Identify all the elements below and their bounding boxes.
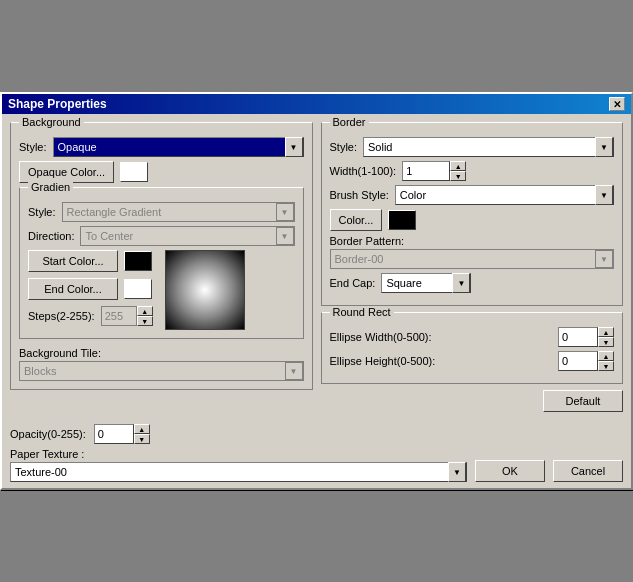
window-title: Shape Properties xyxy=(8,97,107,111)
border-width-label: Width(1-100): xyxy=(330,165,397,177)
ellipse-width-label: Ellipse Width(0-500): xyxy=(330,331,553,343)
gradient-direction-value: To Center xyxy=(81,229,275,243)
border-group-label: Border xyxy=(330,116,369,128)
ellipse-height-input[interactable] xyxy=(558,351,598,371)
main-content: Background Style: Opaque ▼ Opaque Color.… xyxy=(2,114,631,420)
cancel-button[interactable]: Cancel xyxy=(553,460,623,482)
steps-label: Steps(2-255): xyxy=(28,310,95,322)
end-color-button[interactable]: End Color... xyxy=(28,278,118,300)
ellipse-width-spin-up[interactable]: ▲ xyxy=(598,327,614,337)
opaque-color-button[interactable]: Opaque Color... xyxy=(19,161,114,183)
background-style-row: Style: Opaque ▼ xyxy=(19,137,304,157)
border-width-row: Width(1-100): ▲ ▼ xyxy=(330,161,615,181)
ellipse-height-label: Ellipse Height(0-500): xyxy=(330,355,553,367)
gradient-direction-row: Direction: To Center ▼ xyxy=(28,226,295,246)
brush-style-dropdown[interactable]: ▼ xyxy=(595,185,613,205)
border-width-spin-up[interactable]: ▲ xyxy=(450,161,466,171)
border-pattern-dropdown: ▼ xyxy=(595,250,613,268)
start-color-swatch xyxy=(124,251,152,271)
background-group-label: Background xyxy=(19,116,84,128)
background-tile-label: Background Tile: xyxy=(19,347,304,359)
background-tile-dropdown: ▼ xyxy=(285,362,303,380)
start-color-row: Start Color... xyxy=(28,250,153,272)
border-pattern-value: Border-00 xyxy=(331,252,596,266)
steps-spin-buttons: ▲ ▼ xyxy=(137,306,153,326)
default-button-row: Default xyxy=(321,390,624,412)
brush-style-value: Color xyxy=(396,188,595,202)
border-width-spinbox: ▲ ▼ xyxy=(402,161,466,181)
end-cap-dropdown[interactable]: ▼ xyxy=(452,273,470,293)
border-group: Border Style: Solid ▼ Width(1-100): xyxy=(321,122,624,306)
gradient-direction-dropdown: ▼ xyxy=(276,227,294,245)
border-width-input[interactable] xyxy=(402,161,450,181)
title-bar: Shape Properties ✕ xyxy=(2,94,631,114)
border-width-spin-down[interactable]: ▼ xyxy=(450,171,466,181)
right-panel: Border Style: Solid ▼ Width(1-100): xyxy=(321,122,624,412)
border-color-button[interactable]: Color... xyxy=(330,209,383,231)
steps-spinbox: ▲ ▼ xyxy=(101,306,153,326)
brush-style-label: Brush Style: xyxy=(330,189,389,201)
border-color-row: Color... xyxy=(330,209,615,231)
round-rect-group-label: Round Rect xyxy=(330,306,394,318)
gradient-group-label: Gradien xyxy=(28,181,73,193)
end-color-swatch xyxy=(124,279,152,299)
end-cap-row: End Cap: Square ▼ xyxy=(330,273,615,293)
ellipse-height-spin-buttons: ▲ ▼ xyxy=(598,351,614,371)
opacity-row: Opacity(0-255): ▲ ▼ xyxy=(2,420,631,444)
end-cap-value: Square xyxy=(382,276,452,290)
opacity-label: Opacity(0-255): xyxy=(10,428,86,440)
gradient-style-row: Style: Rectangle Gradient ▼ xyxy=(28,202,295,222)
opacity-input[interactable] xyxy=(94,424,134,444)
round-rect-group: Round Rect Ellipse Width(0-500): ▲ ▼ Ell… xyxy=(321,312,624,384)
close-button[interactable]: ✕ xyxy=(609,97,625,111)
border-pattern-section: Border Pattern: Border-00 ▼ xyxy=(330,235,615,269)
border-pattern-label: Border Pattern: xyxy=(330,235,615,247)
gradient-direction-label: Direction: xyxy=(28,230,74,242)
ellipse-height-row: Ellipse Height(0-500): ▲ ▼ xyxy=(330,351,615,371)
gradient-colors-row: Start Color... End Color... Steps(2-255)… xyxy=(28,250,295,330)
left-panel: Background Style: Opaque ▼ Opaque Color.… xyxy=(10,122,313,412)
paper-texture-dropdown[interactable]: ▼ xyxy=(448,462,466,482)
gradient-group: Gradien Style: Rectangle Gradient ▼ Dire… xyxy=(19,187,304,339)
ellipse-height-spinbox: ▲ ▼ xyxy=(558,351,614,371)
end-color-row: End Color... xyxy=(28,278,153,300)
ellipse-width-row: Ellipse Width(0-500): ▲ ▼ xyxy=(330,327,615,347)
opacity-spin-up[interactable]: ▲ xyxy=(134,424,150,434)
opaque-color-swatch xyxy=(120,162,148,182)
gradient-style-value: Rectangle Gradient xyxy=(63,205,276,219)
end-cap-label: End Cap: xyxy=(330,277,376,289)
steps-row: Steps(2-255): ▲ ▼ xyxy=(28,306,153,326)
start-color-button[interactable]: Start Color... xyxy=(28,250,118,272)
background-tile-section: Background Tile: Blocks ▼ xyxy=(19,347,304,381)
steps-spin-up: ▲ xyxy=(137,306,153,316)
background-style-label: Style: xyxy=(19,141,47,153)
ellipse-height-spin-down[interactable]: ▼ xyxy=(598,361,614,371)
border-style-dropdown[interactable]: ▼ xyxy=(595,137,613,157)
background-style-dropdown[interactable]: ▼ xyxy=(285,137,303,157)
brush-style-row: Brush Style: Color ▼ xyxy=(330,185,615,205)
border-style-row: Style: Solid ▼ xyxy=(330,137,615,157)
ok-button[interactable]: OK xyxy=(475,460,545,482)
background-group: Background Style: Opaque ▼ Opaque Color.… xyxy=(10,122,313,390)
opacity-spin-down[interactable]: ▼ xyxy=(134,434,150,444)
ellipse-width-spinbox: ▲ ▼ xyxy=(558,327,614,347)
shape-properties-window: Shape Properties ✕ Background Style: Opa… xyxy=(0,92,633,490)
gradient-style-dropdown: ▼ xyxy=(276,203,294,221)
steps-input xyxy=(101,306,137,326)
background-style-value: Opaque xyxy=(54,140,285,154)
steps-spin-down: ▼ xyxy=(137,316,153,326)
ellipse-height-spin-up[interactable]: ▲ xyxy=(598,351,614,361)
gradient-buttons-col: Start Color... End Color... Steps(2-255)… xyxy=(28,250,153,330)
bottom-row: Paper Texture : Texture-00 ▼ OK Cancel xyxy=(2,444,631,488)
ellipse-width-spin-down[interactable]: ▼ xyxy=(598,337,614,347)
gradient-preview xyxy=(165,250,245,330)
ellipse-width-input[interactable] xyxy=(558,327,598,347)
opacity-spin-buttons: ▲ ▼ xyxy=(134,424,150,444)
border-style-value: Solid xyxy=(364,140,595,154)
gradient-style-label: Style: xyxy=(28,206,56,218)
default-button[interactable]: Default xyxy=(543,390,623,412)
border-color-swatch xyxy=(388,210,416,230)
paper-texture-section: Paper Texture : Texture-00 ▼ xyxy=(10,448,467,482)
border-width-spin-buttons: ▲ ▼ xyxy=(450,161,466,181)
background-tile-value: Blocks xyxy=(20,364,285,378)
